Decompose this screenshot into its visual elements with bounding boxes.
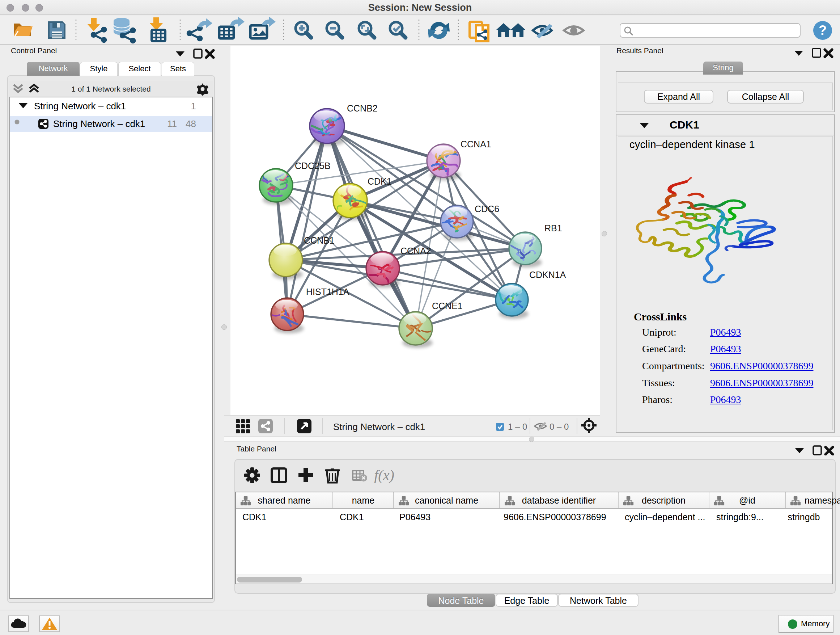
svg-text:CDC6: CDC6 (475, 204, 499, 214)
svg-text:1 – 0: 1 – 0 (508, 422, 527, 432)
svg-text:CCNB2: CCNB2 (347, 103, 378, 113)
svg-text:CCNE1: CCNE1 (432, 301, 463, 311)
svg-text:0 – 0: 0 – 0 (549, 422, 569, 432)
svg-text:CCNA1: CCNA1 (461, 139, 491, 149)
svg-text:CDK1: CDK1 (368, 176, 392, 187)
svg-text:CDC25B: CDC25B (295, 161, 331, 171)
svg-text:f(x): f(x) (374, 467, 394, 483)
svg-text:CCNB1: CCNB1 (304, 235, 335, 245)
svg-text:HIST1H1A: HIST1H1A (306, 287, 349, 297)
svg-text:RB1: RB1 (545, 223, 562, 233)
svg-text:CCNA2: CCNA2 (401, 246, 431, 256)
svg-text:CDKN1A: CDKN1A (529, 270, 566, 280)
